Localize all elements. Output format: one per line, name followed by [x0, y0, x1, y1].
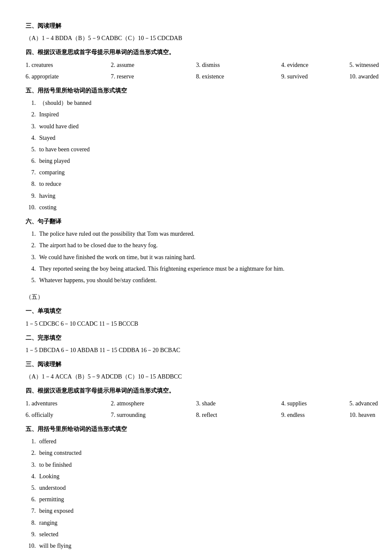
section-er-title: 二、完形填空	[26, 332, 366, 343]
si2-word-2: 2. atmosphere	[111, 398, 196, 409]
liu-item-5: 5.Whatever happens, you should be/stay c…	[26, 275, 366, 286]
si2-word-8: 8. reflect	[196, 410, 281, 420]
wu-item-9: 9.having	[26, 191, 366, 201]
wu-item-1: 1.（should）be banned	[26, 98, 366, 108]
si2-word-10: 10. heaven	[349, 410, 392, 420]
si-word-10: 10. awarded	[349, 71, 392, 82]
si-word-1: 1. creatures	[26, 60, 111, 70]
si-word-7: 7. reserve	[111, 71, 196, 82]
section-si-title: 四、根据汉语意思或首字母提示用单词的适当形式填空。	[26, 47, 366, 58]
section-liu-title: 六、句子翻译	[26, 216, 366, 227]
section-san2-title: 三、阅读理解	[26, 359, 366, 370]
wu-item-7: 7.comparing	[26, 167, 366, 178]
wu2-item-10: 10.will be flying	[26, 541, 366, 551]
si-vocab-row2: 6. appropriate 7. reserve 8. existence 9…	[26, 71, 366, 82]
si2-word-5: 5. advanced	[349, 398, 392, 409]
wu-item-10: 10.costing	[26, 202, 366, 213]
si2-word-9: 9. endless	[281, 410, 349, 420]
si2-vocab-row2: 6. officially 7. surrounding 8. reflect …	[26, 410, 366, 420]
si-vocab-row1: 1. creatures 2. assume 3. dismiss 4. evi…	[26, 60, 366, 70]
si-word-6: 6. appropriate	[26, 71, 111, 82]
section-san-title: 三、阅读理解	[26, 20, 366, 31]
si-word-9: 9. survived	[281, 71, 349, 82]
section-wu-title: 五、用括号里所给动词的适当形式填空	[26, 85, 366, 96]
wu2-item-9: 9.selected	[26, 529, 366, 540]
wu2-item-8: 8.ranging	[26, 517, 366, 528]
si-word-3: 3. dismiss	[196, 60, 281, 70]
yi-content: 1－5 CDCBC 6－10 CCADC 11－15 BCCCB	[26, 318, 366, 329]
wu2-item-1: 1.offered	[26, 436, 366, 447]
liu-item-1: 1.The police have ruled out the possibil…	[26, 228, 366, 239]
si2-word-3: 3. shade	[196, 398, 281, 409]
wu-item-6: 6.being played	[26, 156, 366, 166]
si-word-5: 5. witnessed	[349, 60, 392, 70]
si2-word-4: 4. supplies	[281, 398, 349, 409]
liu-item-2: 2.The airport had to be closed due to th…	[26, 240, 366, 251]
wu2-item-7: 7.being exposed	[26, 506, 366, 516]
liu-item-4: 4.They reported seeing the boy being att…	[26, 263, 366, 274]
si2-vocab-row1: 1. adventures 2. atmosphere 3. shade 4. …	[26, 398, 366, 409]
si-word-4: 4. evidence	[281, 60, 349, 70]
si2-word-6: 6. officially	[26, 410, 111, 420]
wu2-item-6: 6.permitting	[26, 494, 366, 505]
wu2-item-4: 4.Looking	[26, 471, 366, 482]
section-yi-title: 一、单项填空	[26, 306, 366, 316]
si2-word-7: 7. surrounding	[111, 410, 196, 420]
wu-item-8: 8.to reduce	[26, 179, 366, 189]
wu-item-5: 5.to have been covered	[26, 144, 366, 155]
san-content: （A）1－4 BDDA（B）5－9 CADBC（C）10－15 CDCDAB	[26, 33, 366, 43]
wu2-item-5: 5.understood	[26, 483, 366, 493]
wu-item-3: 3.would have died	[26, 121, 366, 132]
section-si2-title: 四、根据汉语意思或首字母提示用单词的适当形式填空。	[26, 385, 366, 396]
san2-content: （A）1－4 ACCA（B）5－9 ADCDB（C）10－15 ABDBCC	[26, 371, 366, 382]
si2-word-1: 1. adventures	[26, 398, 111, 409]
wu-item-2: 2.Inspired	[26, 109, 366, 120]
section-wu2-title: 五、用括号里所给动词的适当形式填空	[26, 424, 366, 434]
wu-item-4: 4.Stayed	[26, 133, 366, 143]
wu-bracket-title: （五）	[26, 292, 366, 302]
wu2-item-3: 3.to be finished	[26, 460, 366, 470]
er-content: 1－5 DBCDA 6－10 ABDAB 11－15 CDDBA 16－20 B…	[26, 345, 366, 356]
wu2-item-2: 2.being constructed	[26, 448, 366, 458]
si-word-2: 2. assume	[111, 60, 196, 70]
liu-item-3: 3.We could have finished the work on tim…	[26, 252, 366, 263]
si-word-8: 8. existence	[196, 71, 281, 82]
